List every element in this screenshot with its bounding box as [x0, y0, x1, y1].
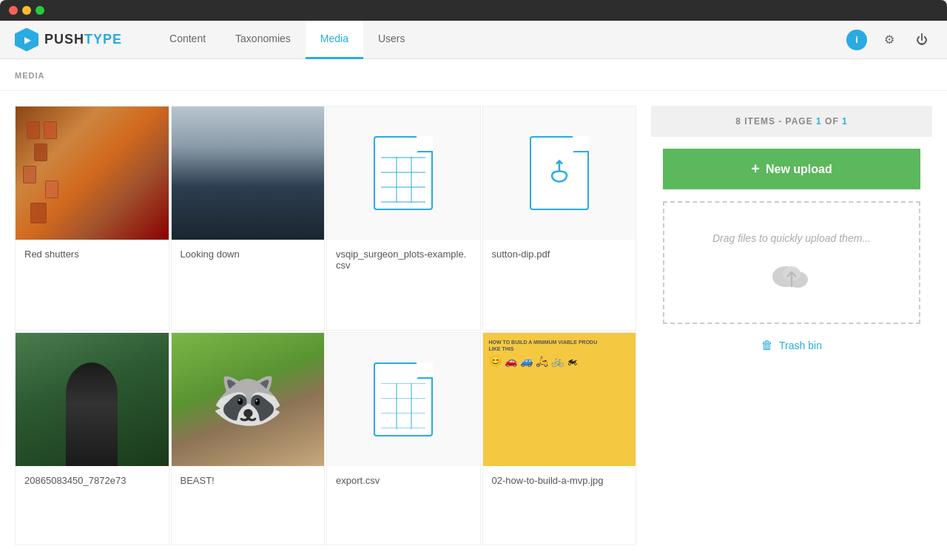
file-icon-shape-pdf	[530, 136, 589, 210]
image-looking-down	[172, 107, 325, 240]
media-thumbnail-woman	[16, 333, 169, 466]
trash-icon: 🗑	[761, 339, 773, 352]
grid-line-h2-e	[381, 398, 425, 399]
pagination-dash: - PAGE	[778, 116, 816, 126]
file-icon-shape-export	[374, 362, 433, 436]
media-item-mvp[interactable]: HOW TO BUILD A MINIMUM VIABLE PRODULIKE …	[482, 332, 637, 546]
mvp-icons: 😊 🚗 🚙 🛵 🚲 🏍	[489, 355, 577, 367]
traffic-light-yellow[interactable]	[22, 6, 31, 15]
logo: PUSHTYPE	[15, 28, 122, 52]
mvp-icon-4: 🛵	[536, 355, 548, 367]
media-grid: Red shutters Looking down	[15, 106, 636, 545]
mvp-icon-6: 🏍	[567, 355, 577, 367]
file-icon-export	[327, 333, 480, 466]
media-label-vsqip-csv: vsqip_surgeon_plots-example.csv	[327, 240, 480, 280]
mvp-text: HOW TO BUILD A MINIMUM VIABLE PRODULIKE …	[489, 339, 598, 352]
upload-plus-icon: +	[751, 161, 760, 178]
browser-chrome: PUSHTYPE Content Taxonomies Media Users …	[0, 21, 947, 59]
file-fold	[417, 136, 433, 152]
file-fold-pdf	[573, 136, 589, 152]
upload-cloud-icon	[769, 256, 814, 293]
grid-line-v2-e	[411, 383, 412, 429]
total-pages: 1	[842, 116, 848, 126]
media-item-beast[interactable]: 🦝 BEAST!	[171, 332, 326, 546]
pdf-symbol	[542, 155, 577, 198]
grid-line-h1	[381, 157, 425, 158]
grid-line-h4	[381, 201, 425, 203]
grid-line-v1	[396, 157, 397, 203]
main-nav: Content Taxonomies Media Users	[155, 21, 419, 59]
grid-line-v1-e	[396, 383, 397, 429]
nav-users[interactable]: Users	[363, 21, 420, 59]
mvp-icon-5: 🚲	[551, 355, 564, 367]
media-thumbnail-looking-down	[172, 107, 325, 240]
lemur-emoji: 🦝	[211, 365, 285, 434]
main-content: MEDIA Red shutters	[0, 59, 947, 560]
media-label-sutton-pdf: sutton-dip.pdf	[483, 240, 636, 269]
media-label-beast: BEAST!	[172, 466, 325, 495]
media-label-export-csv: export.csv	[327, 466, 480, 495]
trash-bin-link[interactable]: 🗑 Trash bin	[651, 324, 932, 367]
media-label-mvp: 02-how-to-build-a-mvp.jpg	[483, 466, 636, 495]
traffic-light-red[interactable]	[9, 6, 18, 15]
media-item-sutton-pdf[interactable]: sutton-dip.pdf	[482, 106, 637, 331]
media-item-export-csv[interactable]: export.csv	[326, 332, 481, 546]
media-thumbnail-beast: 🦝	[172, 333, 325, 466]
grid-line-h3-e	[381, 413, 425, 414]
sidebar: 8 ITEMS - PAGE 1 OF 1 + New upload Drag …	[651, 106, 932, 545]
items-count: 8 ITEMS	[735, 116, 775, 126]
traffic-light-green[interactable]	[36, 6, 44, 15]
logo-icon	[15, 28, 38, 52]
media-item-vsqip-csv[interactable]: vsqip_surgeon_plots-example.csv	[326, 106, 481, 331]
new-upload-button[interactable]: + New upload	[663, 149, 920, 189]
grid-line-v2	[411, 157, 412, 203]
file-icon-vsqip	[327, 107, 480, 240]
nav-taxonomies[interactable]: Taxonomies	[220, 21, 306, 59]
media-thumbnail-mvp: HOW TO BUILD A MINIMUM VIABLE PRODULIKE …	[483, 333, 636, 466]
current-page: 1	[816, 116, 822, 126]
image-lemur: 🦝	[172, 333, 325, 466]
image-woman	[16, 333, 169, 466]
image-mvp: HOW TO BUILD A MINIMUM VIABLE PRODULIKE …	[483, 333, 636, 466]
media-item-looking-down[interactable]: Looking down	[171, 106, 326, 331]
sidebar-pagination: 8 ITEMS - PAGE 1 OF 1	[651, 106, 932, 137]
csv-grid-export	[381, 383, 425, 429]
file-icon-pdf	[483, 107, 636, 240]
power-icon[interactable]: ⏻	[911, 30, 932, 50]
file-fold-export	[417, 362, 433, 379]
media-item-red-shutters[interactable]: Red shutters	[15, 106, 169, 331]
breadcrumb-text: MEDIA	[15, 71, 44, 80]
media-thumbnail-sutton-pdf	[483, 107, 636, 240]
nav-content[interactable]: Content	[155, 21, 220, 59]
media-label-woman: 20865083450_7872e73	[16, 466, 169, 495]
csv-grid	[381, 157, 425, 203]
media-thumbnail-export-csv	[327, 333, 480, 466]
content-area: Red shutters Looking down	[0, 91, 947, 560]
mvp-icon-3: 🚙	[520, 355, 533, 367]
file-icon-shape	[374, 136, 433, 210]
woman-silhouette	[66, 362, 118, 466]
nav-media[interactable]: Media	[306, 21, 363, 59]
image-red-shutters	[16, 107, 169, 240]
media-thumbnail-red-shutters	[16, 107, 169, 240]
logo-text: PUSHTYPE	[44, 32, 122, 47]
pagination-of: OF	[825, 116, 839, 126]
media-label-red-shutters: Red shutters	[16, 240, 169, 269]
media-item-woman[interactable]: 20865083450_7872e73	[15, 332, 169, 546]
title-bar	[0, 0, 947, 21]
grid-line-h3	[381, 186, 425, 188]
media-thumbnail-vsqip-csv	[327, 107, 480, 240]
drop-zone[interactable]: Drag files to quickly upload them...	[663, 201, 920, 324]
nav-right-icons: i ⚙ ⏻	[846, 30, 932, 50]
grid-line-h4-e	[381, 428, 425, 429]
logo-type: TYPE	[84, 32, 122, 47]
grid-line-h1-e	[381, 383, 425, 385]
logo-push: PUSH	[44, 32, 84, 47]
mvp-icon-1: 😊	[489, 355, 502, 367]
gear-icon[interactable]: ⚙	[879, 30, 900, 50]
drop-zone-hint: Drag files to quickly upload them...	[712, 232, 871, 244]
grid-line-h2	[381, 172, 425, 173]
media-label-looking-down: Looking down	[172, 240, 325, 269]
info-icon[interactable]: i	[846, 30, 867, 50]
upload-button-container: + New upload	[651, 137, 932, 201]
